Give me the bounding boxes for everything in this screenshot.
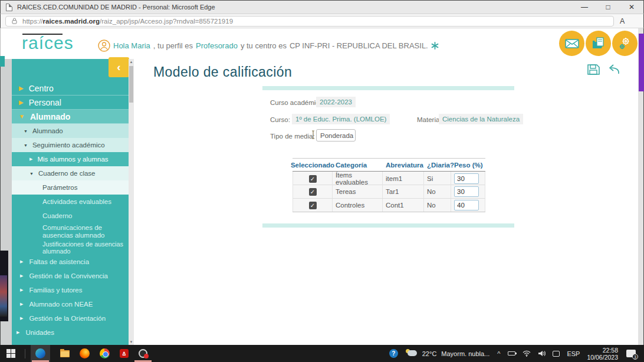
chevron-down-icon: ▼: [29, 172, 34, 176]
sidebar-item-actividades-evaluables[interactable]: Actividades evaluables: [12, 195, 129, 209]
taskbar-edge-button[interactable]: [31, 345, 50, 362]
firefox-icon: [80, 348, 90, 358]
taskbar-acrobat-button[interactable]: ∆: [110, 345, 129, 362]
maximize-button[interactable]: □: [596, 1, 620, 14]
main-content: Modelo de calificación Curso académico: …: [134, 59, 638, 345]
sidebar-item-label: Gestión de la Orientación: [29, 315, 106, 322]
minimize-button[interactable]: —: [573, 1, 596, 14]
sidebar-item-comunicaciones-ausencias[interactable]: Comunicaciones de ausencias alumnado: [12, 223, 129, 241]
temperature-text[interactable]: 22°C: [422, 350, 437, 357]
scrollbar-thumb[interactable]: [129, 66, 133, 103]
sidebar-item-seguimiento-academico[interactable]: ▼Seguimiento académico: [12, 138, 129, 152]
curso-academico-value: 2022-2023: [316, 97, 356, 107]
sidebar-item-label: Unidades: [25, 329, 54, 336]
table-row: ✓ Ítems evaluables item1 Si: [293, 172, 485, 185]
greeting-name: Hola Maria: [113, 41, 150, 50]
row-checkbox[interactable]: ✓: [309, 175, 317, 183]
read-aloud-icon[interactable]: A: [620, 17, 625, 25]
decorative-teal-block: [0, 56, 5, 67]
weather-icon[interactable]: [406, 350, 418, 357]
wifi-icon[interactable]: [523, 350, 531, 357]
taskbar: ∆ ? 22°C Mayorm. nubla... ^ ESP 22:58 10…: [0, 345, 644, 362]
peso-input[interactable]: [454, 200, 479, 210]
battery-icon[interactable]: [508, 351, 515, 356]
address-bar[interactable]: https://raices.madrid.org/raiz_app/jsp/A…: [5, 16, 614, 27]
side-panel-strip: [639, 34, 644, 91]
table-header-row: Seleccionado Categoría Abreviatura ¿Diar…: [293, 158, 485, 172]
documents-button[interactable]: [586, 31, 611, 56]
sidebar-item-parametros[interactable]: Parámetros: [12, 180, 129, 195]
taskbar-clock[interactable]: 22:58 10/06/2023: [587, 347, 618, 361]
chevron-right-icon: ▶: [20, 274, 23, 278]
background-window-thumbnail: [0, 275, 7, 317]
sidebar-item-label: Centro: [29, 84, 54, 93]
sidebar-item-label: Comunicaciones de ausencias alumnado: [42, 224, 124, 239]
window-title: RAICES.CED.COMUNIDAD DE MADRID - Persona…: [17, 4, 573, 11]
sidebar-item-label: Alumnado: [30, 112, 70, 121]
weather-text[interactable]: Mayorm. nubla...: [441, 350, 489, 357]
sidebar-item-personal[interactable]: ▶Personal: [12, 96, 129, 110]
section-divider-top: [262, 86, 514, 90]
sidebar-item-label: Gestión de la Convivencia: [29, 272, 108, 279]
row-checkbox[interactable]: ✓: [309, 202, 317, 209]
categories-table: Seleccionado Categoría Abreviatura ¿Diar…: [293, 158, 485, 212]
raices-logo[interactable]: raíces: [22, 33, 74, 53]
start-button[interactable]: [0, 345, 15, 362]
table-row: ✓ Controles Cont1 No: [293, 199, 485, 212]
sidebar-item-mis-alumnos[interactable]: ▶Mis alumnos y alumnas: [12, 152, 129, 166]
chrome-icon: [100, 348, 110, 358]
messages-button[interactable]: [559, 31, 584, 56]
scrollbar-down-icon[interactable]: ▼: [129, 340, 134, 344]
undo-icon[interactable]: [606, 62, 622, 77]
taskbar-firefox-button[interactable]: [70, 345, 90, 362]
tipo-media-select[interactable]: Ponderada: [316, 129, 356, 141]
taskbar-explorer-button[interactable]: [50, 345, 70, 362]
file-explorer-icon: [60, 350, 70, 357]
speaker-icon[interactable]: [538, 350, 546, 357]
taskbar-chrome-button[interactable]: [90, 345, 110, 362]
sidebar-item-familias-tutores[interactable]: ▶Familias y tutores: [12, 283, 129, 297]
sidebar-item-gestion-orientacion[interactable]: ▶Gestión de la Orientación: [12, 311, 129, 325]
row-checkbox[interactable]: ✓: [309, 188, 317, 196]
sidebar-item-label: Cuaderno de clase: [38, 170, 96, 177]
center-name: CP INF-PRI - REPUBLICA DEL BRASIL.: [290, 41, 428, 50]
profile-link[interactable]: Profesorado: [196, 41, 238, 50]
sidebar-item-alumnado[interactable]: ▼Alumnado: [12, 110, 129, 124]
sidebar-item-unidades[interactable]: ▶Unidades: [12, 325, 129, 340]
close-button[interactable]: ✕: [620, 1, 643, 14]
peso-input[interactable]: [454, 173, 479, 184]
sidebar-item-label: Parámetros: [42, 184, 77, 191]
sidebar-item-centro[interactable]: ▶Centro: [12, 81, 129, 96]
categoria-cell: Controles: [333, 199, 383, 212]
sidebar-collapse-button[interactable]: ‹: [109, 57, 129, 77]
save-icon[interactable]: [586, 62, 601, 77]
sidebar-item-alumnado-sub[interactable]: ▼Alumnado: [12, 124, 129, 138]
sidebar-item-gestion-convivencia[interactable]: ▶Gestión de la Convivencia: [12, 269, 129, 283]
col-peso: Peso (%): [451, 159, 485, 171]
materia-value: Ciencias de la Naturaleza: [439, 114, 523, 124]
settings-button[interactable]: [612, 31, 638, 56]
section-divider-bottom: [262, 223, 514, 228]
peso-input[interactable]: [454, 186, 479, 197]
notification-center-icon[interactable]: 3: [626, 350, 636, 357]
chevron-right-icon: ▶: [29, 157, 32, 162]
help-tray-icon[interactable]: ?: [389, 349, 398, 358]
abreviatura-cell: item1: [383, 172, 424, 186]
language-indicator[interactable]: ESP: [567, 350, 580, 357]
taskbar-obs-button[interactable]: [133, 345, 153, 362]
asterisk-icon[interactable]: [431, 42, 439, 50]
scrollbar-up-icon[interactable]: ▲: [129, 60, 134, 64]
sidebar-item-label: Faltas de asistencia: [29, 258, 89, 265]
sidebar-item-cuaderno-de-clase[interactable]: ▼Cuaderno de clase: [12, 166, 129, 180]
background-window-sliver: [0, 251, 8, 321]
sidebar-item-faltas-asistencia[interactable]: ▶Faltas de asistencia: [12, 255, 129, 269]
windows-logo-icon: [6, 349, 15, 358]
browser-urlbar: https://raices.madrid.org/raiz_app/jsp/A…: [0, 14, 644, 28]
cast-icon[interactable]: [553, 351, 560, 357]
tray-expand-icon[interactable]: ^: [497, 350, 500, 357]
sidebar-scrollbar[interactable]: ▲ ▼: [129, 59, 134, 345]
diaria-cell: Si: [424, 172, 451, 186]
sidebar-item-justificaciones-ausencias[interactable]: Justificaciones de ausencias alumnado: [12, 241, 129, 255]
sidebar-item-alumnado-neae[interactable]: ▶Alumnado con NEAE: [12, 297, 129, 311]
sidebar-item-cuaderno[interactable]: Cuaderno: [12, 209, 129, 223]
